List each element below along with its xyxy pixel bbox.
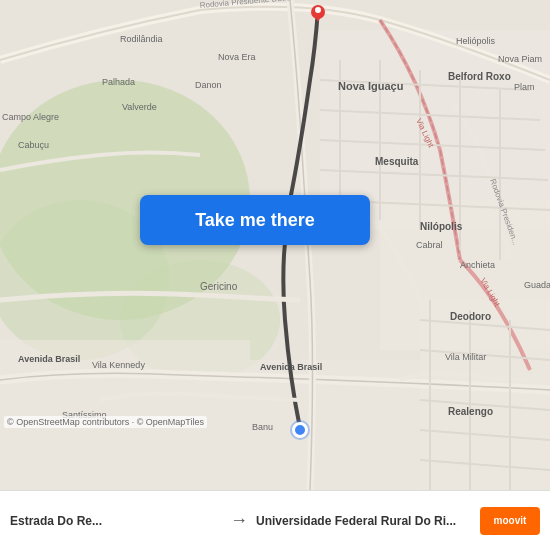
destination-location: Universidade Federal Rural Do Ri... bbox=[256, 514, 468, 528]
svg-point-59 bbox=[315, 7, 321, 13]
svg-text:Palhada: Palhada bbox=[102, 77, 135, 87]
origin-marker bbox=[292, 422, 308, 438]
svg-text:Vila Kennedy: Vila Kennedy bbox=[92, 360, 145, 370]
svg-text:Cabuçu: Cabuçu bbox=[18, 140, 49, 150]
svg-text:Realengo: Realengo bbox=[448, 406, 493, 417]
svg-text:Vila Militar: Vila Militar bbox=[445, 352, 486, 362]
moovit-logo-image: moovit bbox=[480, 507, 540, 535]
svg-text:Nova Era: Nova Era bbox=[218, 52, 256, 62]
svg-text:Danon: Danon bbox=[195, 80, 222, 90]
svg-text:Heliópolis: Heliópolis bbox=[456, 36, 496, 46]
svg-text:Nilópolis: Nilópolis bbox=[420, 221, 463, 232]
svg-text:Banu: Banu bbox=[252, 422, 273, 432]
svg-text:Rodilândia: Rodilândia bbox=[120, 34, 163, 44]
map-container: Rodovia Presidente Dutra Nova Iguaçu Bel… bbox=[0, 0, 550, 490]
svg-text:Anchieta: Anchieta bbox=[460, 260, 495, 270]
bottom-bar: Estrada Do Re... → Universidade Federal … bbox=[0, 490, 550, 550]
origin-name: Estrada Do Re... bbox=[10, 514, 222, 528]
svg-text:Deodoro: Deodoro bbox=[450, 311, 491, 322]
svg-text:Guada...: Guada... bbox=[524, 280, 550, 290]
svg-text:Belford Roxo: Belford Roxo bbox=[448, 71, 511, 82]
svg-text:Nova Piam: Nova Piam bbox=[498, 54, 542, 64]
map-attribution: © OpenStreetMap contributors · © OpenMap… bbox=[4, 416, 207, 428]
moovit-logo: moovit bbox=[480, 507, 540, 535]
destination-name: Universidade Federal Rural Do Ri... bbox=[256, 514, 468, 528]
origin-location: Estrada Do Re... bbox=[10, 514, 222, 528]
svg-text:Avenida Brasil: Avenida Brasil bbox=[18, 354, 80, 364]
take-me-there-button[interactable]: Take me there bbox=[140, 195, 370, 245]
svg-text:Nova Iguaçu: Nova Iguaçu bbox=[338, 80, 403, 92]
svg-text:Mesquita: Mesquita bbox=[375, 156, 419, 167]
svg-text:Avenida Brasil: Avenida Brasil bbox=[260, 362, 322, 372]
svg-text:Valverde: Valverde bbox=[122, 102, 157, 112]
svg-text:Gericino: Gericino bbox=[200, 281, 238, 292]
svg-text:Campo Alegre: Campo Alegre bbox=[2, 112, 59, 122]
direction-arrow: → bbox=[230, 510, 248, 531]
svg-text:Plam: Plam bbox=[514, 82, 535, 92]
svg-text:Cabral: Cabral bbox=[416, 240, 443, 250]
